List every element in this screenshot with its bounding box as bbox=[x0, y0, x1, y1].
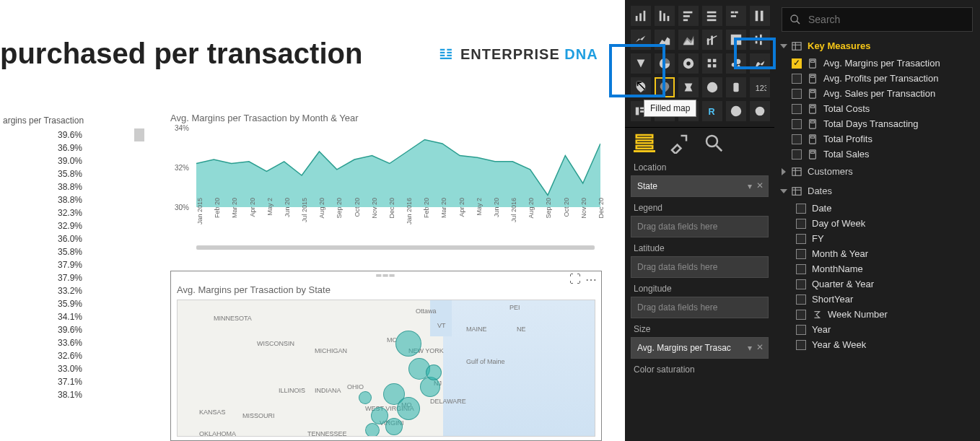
table-row[interactable]: 38.8% bbox=[0, 193, 144, 206]
map-bubble[interactable] bbox=[397, 397, 420, 420]
checkbox[interactable] bbox=[796, 264, 806, 274]
viz-type-icon[interactable] bbox=[750, 53, 770, 74]
field-item[interactable]: Year & Week bbox=[774, 337, 980, 352]
field-item[interactable]: Date bbox=[774, 201, 980, 216]
table-row[interactable]: 37.9% bbox=[0, 271, 144, 284]
well-latitude[interactable]: Drag data fields here bbox=[631, 256, 769, 278]
table-row[interactable]: 32.6% bbox=[0, 349, 144, 362]
viz-type-icon[interactable] bbox=[678, 6, 699, 26]
well-legend[interactable]: Drag data fields here bbox=[631, 216, 769, 237]
map-bubble[interactable] bbox=[365, 423, 380, 437]
close-icon[interactable]: ✕ bbox=[756, 180, 764, 191]
field-item[interactable]: Avg. Profits per Transaction bbox=[774, 71, 980, 86]
viz-type-icon[interactable] bbox=[678, 53, 699, 74]
viz-type-icon[interactable] bbox=[702, 30, 722, 50]
table-row[interactable]: 36.0% bbox=[0, 232, 144, 245]
table-row[interactable]: 38.1% bbox=[0, 388, 144, 401]
well-longitude[interactable]: Drag data fields here bbox=[631, 297, 769, 318]
fields-search[interactable] bbox=[782, 7, 973, 32]
table-dates[interactable]: Dates bbox=[774, 181, 980, 201]
viz-type-icon[interactable]: R bbox=[702, 101, 722, 121]
table-row[interactable]: 34.1% bbox=[0, 310, 144, 323]
table-key-measures[interactable]: Key Measures bbox=[774, 36, 980, 56]
map-bubble[interactable] bbox=[385, 418, 403, 435]
table-row[interactable]: 33.2% bbox=[0, 284, 144, 297]
table-row[interactable]: 37.1% bbox=[0, 375, 144, 388]
table-row[interactable]: 35.8% bbox=[0, 245, 144, 258]
checkbox[interactable] bbox=[796, 340, 806, 350]
field-item[interactable]: Day of Week bbox=[774, 216, 980, 231]
table-row[interactable]: 35.8% bbox=[0, 167, 144, 180]
close-icon[interactable]: ✕ bbox=[756, 342, 764, 352]
map-body[interactable]: MINNESOTAWISCONSINMICHIGANILLINOISINDIAN… bbox=[177, 300, 595, 437]
map-bubble[interactable] bbox=[395, 331, 421, 357]
table-row[interactable]: 37.9% bbox=[0, 258, 144, 271]
checkbox[interactable] bbox=[796, 310, 806, 320]
checkbox[interactable] bbox=[792, 149, 802, 160]
viz-type-icon[interactable] bbox=[655, 53, 675, 74]
checkbox[interactable] bbox=[792, 104, 802, 114]
viz-type-icon[interactable] bbox=[702, 77, 722, 97]
viz-type-icon[interactable] bbox=[750, 30, 770, 50]
x-scroll-slider[interactable] bbox=[196, 245, 595, 250]
map-bubble[interactable] bbox=[426, 364, 442, 380]
viz-type-icon[interactable] bbox=[655, 6, 675, 26]
table-row[interactable]: 38.8% bbox=[0, 180, 144, 193]
table-row[interactable]: 39.0% bbox=[0, 154, 144, 167]
fields-tab[interactable] bbox=[634, 134, 655, 152]
field-item[interactable]: ShortYear bbox=[774, 292, 980, 307]
viz-type-icon[interactable] bbox=[678, 30, 699, 50]
format-tab[interactable] bbox=[668, 134, 690, 152]
viz-type-icon[interactable] bbox=[655, 30, 675, 50]
field-item[interactable]: Year bbox=[774, 322, 980, 337]
line-chart[interactable]: Avg. Margins per Trasaction by Month & Y… bbox=[170, 113, 602, 257]
field-item[interactable]: Avg. Margins per Trasaction bbox=[774, 56, 980, 71]
field-item[interactable]: Avg. Sales per Transaction bbox=[774, 86, 980, 101]
search-input[interactable] bbox=[808, 14, 965, 25]
checkbox[interactable] bbox=[796, 234, 806, 244]
table-row[interactable]: 39.6% bbox=[0, 323, 144, 336]
map-visual[interactable]: ═══ ⛶ ⋯ Avg. Margins per Trasaction by S… bbox=[170, 271, 602, 441]
more-options-icon[interactable]: ⋯ bbox=[585, 273, 597, 287]
focus-mode-icon[interactable]: ⛶ bbox=[569, 273, 581, 287]
table-row[interactable]: 32.9% bbox=[0, 219, 144, 232]
checkbox[interactable] bbox=[792, 58, 802, 69]
table-row[interactable]: 32.3% bbox=[0, 206, 144, 219]
table-row[interactable]: 33.0% bbox=[0, 362, 144, 375]
analytics-tab[interactable] bbox=[703, 134, 725, 152]
chevron-down-icon[interactable]: ▾ bbox=[748, 181, 752, 191]
field-item[interactable]: MonthName bbox=[774, 261, 980, 276]
checkbox[interactable] bbox=[792, 119, 802, 129]
drag-handle[interactable]: ═══ bbox=[171, 271, 601, 281]
viz-type-icon[interactable] bbox=[631, 53, 651, 74]
viz-type-icon[interactable] bbox=[702, 6, 722, 26]
map-bubble[interactable] bbox=[359, 391, 372, 404]
viz-type-icon[interactable] bbox=[726, 6, 746, 26]
field-item[interactable]: Total Profits bbox=[774, 131, 980, 147]
viz-type-icon[interactable] bbox=[726, 30, 746, 50]
checkbox[interactable] bbox=[796, 294, 806, 305]
viz-type-icon[interactable] bbox=[726, 77, 746, 97]
map-bubble[interactable] bbox=[371, 407, 388, 424]
table-row[interactable]: 36.9% bbox=[0, 141, 144, 154]
viz-type-icon[interactable] bbox=[631, 30, 651, 50]
checkbox[interactable] bbox=[796, 325, 806, 335]
field-item[interactable]: Month & Year bbox=[774, 246, 980, 261]
field-item[interactable]: Total Costs bbox=[774, 101, 980, 116]
field-item[interactable]: FY bbox=[774, 231, 980, 246]
checkbox[interactable] bbox=[796, 249, 806, 259]
field-item[interactable]: Quarter & Year bbox=[774, 276, 980, 292]
checkbox[interactable] bbox=[796, 219, 806, 229]
scrollbar-thumb[interactable] bbox=[134, 128, 144, 141]
viz-type-icon[interactable] bbox=[631, 6, 651, 26]
table-row[interactable]: 35.9% bbox=[0, 297, 144, 310]
field-item[interactable]: Week Number bbox=[774, 307, 980, 322]
viz-type-icon[interactable] bbox=[750, 101, 770, 121]
well-size[interactable]: Avg. Margins per Trasac ▾ ✕ bbox=[631, 337, 769, 359]
viz-type-icon[interactable] bbox=[678, 77, 699, 97]
checkbox[interactable] bbox=[796, 279, 806, 289]
checkbox[interactable] bbox=[792, 74, 802, 84]
checkbox[interactable] bbox=[792, 134, 802, 144]
viz-type-icon[interactable]: 123 bbox=[750, 77, 770, 97]
viz-type-icon[interactable] bbox=[726, 53, 746, 74]
